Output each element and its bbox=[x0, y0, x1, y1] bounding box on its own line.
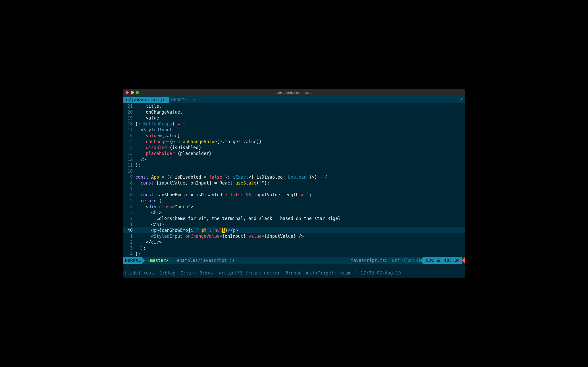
line-number: 14 bbox=[123, 145, 135, 151]
code-line[interactable]: 12 /> bbox=[123, 157, 465, 162]
code-line[interactable]: 14 disabled={isDisabled} bbox=[123, 145, 465, 151]
code-content: }: ButtonProps) ⇒ ( bbox=[135, 121, 465, 127]
file-path: examples/javascript.js bbox=[170, 257, 237, 264]
terminal-window: alexanderkeliris: tmux a e/javascript.js… bbox=[123, 89, 465, 278]
line-number: 8 bbox=[123, 180, 135, 186]
close-icon[interactable] bbox=[126, 91, 129, 94]
bolt-icon: ⚡ bbox=[166, 258, 168, 263]
code-line[interactable]: 1 <StyledInput onChangeValue={onInput} v… bbox=[123, 233, 465, 239]
code-content: <StyledInput bbox=[135, 127, 465, 133]
editor[interactable]: 21 title,20 onChangeValue,19 value18}: B… bbox=[123, 103, 465, 257]
line-number: 18 bbox=[123, 121, 135, 127]
code-line[interactable]: 2 </div> bbox=[123, 239, 465, 245]
code-line[interactable]: 7 bbox=[123, 186, 465, 192]
line-number: 11 bbox=[123, 162, 135, 168]
code-line[interactable]: 8 const [inputValue, onInput] = React.us… bbox=[123, 180, 465, 186]
code-line[interactable]: 5 return ( bbox=[123, 198, 465, 204]
code-line[interactable]: 9const App = ({ isDisabled = false }: $E… bbox=[123, 174, 465, 180]
line-number: 2 bbox=[123, 216, 135, 222]
line-number: 2 bbox=[123, 239, 135, 245]
statusline: NORMAL ♭master⚡ examples/javascript.js j… bbox=[123, 257, 465, 264]
line-number: 10 bbox=[123, 168, 135, 174]
line-number: 16 bbox=[123, 133, 135, 139]
code-line[interactable]: 2 Colorscheme for vim, the terminal, and… bbox=[123, 216, 465, 222]
line-number: 4 bbox=[123, 204, 135, 210]
code-line[interactable]: 19 value bbox=[123, 115, 465, 121]
code-content: onChange={e ⇒ onChangeValue(e.target.val… bbox=[135, 139, 465, 145]
code-content: ); bbox=[135, 245, 465, 251]
line-number: 6 bbox=[123, 192, 135, 198]
minimize-icon[interactable] bbox=[131, 91, 134, 94]
code-content: <StyledInput onChangeValue={onInput} val… bbox=[135, 233, 465, 239]
line-number: 7 bbox=[123, 186, 135, 192]
code-line[interactable]: 18}: ButtonProps) ⇒ ( bbox=[123, 121, 465, 127]
line-number: 40 bbox=[123, 227, 135, 233]
code-line[interactable]: 3 <h1> bbox=[123, 210, 465, 216]
code-content: ); bbox=[135, 162, 465, 168]
code-content: }; bbox=[135, 251, 465, 257]
code-content: title, bbox=[135, 103, 465, 109]
tab-close[interactable]: X bbox=[457, 97, 465, 102]
line-number: 15 bbox=[123, 139, 135, 145]
line-number: 17 bbox=[123, 127, 135, 133]
code-content: value={value} bbox=[135, 133, 465, 139]
code-line[interactable]: 4 <div class="hero"> bbox=[123, 204, 465, 210]
code-line[interactable]: 11); bbox=[123, 162, 465, 168]
branch-icon: ♭ bbox=[147, 258, 150, 263]
code-line[interactable]: 17 <StyledInput bbox=[123, 127, 465, 133]
code-content: value bbox=[135, 115, 465, 121]
code-line[interactable]: 16 value={value} bbox=[123, 133, 465, 139]
window-title: alexanderkeliris: tmux a bbox=[277, 91, 312, 95]
code-content: onChangeValue, bbox=[135, 109, 465, 115]
cursor-position: 40: 34 bbox=[443, 257, 462, 264]
code-content: placeholder={placeholder} bbox=[135, 151, 465, 157]
encoding: utf-8[unix] bbox=[389, 257, 423, 264]
code-line[interactable]: 1 </h1> bbox=[123, 222, 465, 227]
code-line[interactable]: 21 title, bbox=[123, 103, 465, 109]
line-number: 3 bbox=[123, 245, 135, 251]
code-content: Colorscheme for vim, the terminal, and s… bbox=[135, 216, 465, 222]
code-content: /> bbox=[135, 157, 465, 162]
code-line[interactable]: 3 ); bbox=[123, 245, 465, 251]
tab-readme[interactable]: README.md bbox=[169, 97, 198, 103]
line-number: 13 bbox=[123, 151, 135, 157]
line-number: 5 bbox=[123, 198, 135, 204]
percent: 90% ☰ bbox=[423, 257, 443, 264]
traffic-lights bbox=[126, 91, 139, 94]
line-number: 4 bbox=[123, 251, 135, 257]
code-line[interactable]: 20 onChangeValue, bbox=[123, 109, 465, 115]
code-content: return ( bbox=[135, 198, 465, 204]
code-content: const canShowEmoji = isDisabled ≢ false … bbox=[135, 192, 465, 198]
code-content bbox=[135, 186, 465, 192]
mode-indicator: NORMAL bbox=[123, 257, 142, 264]
code-line[interactable]: 40 <p>{canShowEmoji ? 🎉 : null}</p> bbox=[123, 227, 465, 233]
code-content bbox=[135, 168, 465, 174]
tmux-statusbar: [side] <eas 1:blog 2:vim- 3:kvs 4:rigel*… bbox=[123, 264, 465, 278]
code-line[interactable]: 13 placeholder={placeholder} bbox=[123, 151, 465, 157]
code-content: </div> bbox=[135, 239, 465, 245]
line-number: 20 bbox=[123, 109, 135, 115]
code-line[interactable]: 4}; bbox=[123, 251, 465, 257]
titlebar: alexanderkeliris: tmux a bbox=[123, 89, 465, 96]
tabbar: e/javascript.js README.md X bbox=[123, 96, 465, 103]
code-content: <p>{canShowEmoji ? 🎉 : null}</p> bbox=[135, 227, 465, 233]
tab-javascript[interactable]: e/javascript.js bbox=[123, 97, 169, 103]
line-number: 9 bbox=[123, 174, 135, 180]
code-content: <h1> bbox=[135, 210, 465, 216]
line-number: 1 bbox=[123, 233, 135, 239]
git-branch: ♭master⚡ bbox=[142, 257, 170, 264]
maximize-icon[interactable] bbox=[136, 91, 139, 94]
code-line[interactable]: 15 onChange={e ⇒ onChangeValue(e.target.… bbox=[123, 139, 465, 145]
line-number: 3 bbox=[123, 210, 135, 216]
code-content: const App = ({ isDisabled = false }: $Ex… bbox=[135, 174, 465, 180]
code-content: const [inputValue, onInput] = React.useS… bbox=[135, 180, 465, 186]
status-end-arrow-icon bbox=[462, 257, 465, 264]
line-number: 19 bbox=[123, 115, 135, 121]
line-number: 12 bbox=[123, 157, 135, 162]
code-content: <div class="hero"> bbox=[135, 204, 465, 210]
code-line[interactable]: 6 const canShowEmoji = isDisabled ≢ fals… bbox=[123, 192, 465, 198]
branch-name: master bbox=[150, 258, 166, 263]
line-number: 21 bbox=[123, 103, 135, 109]
code-line[interactable]: 10 bbox=[123, 168, 465, 174]
filetype: javascript.jsx bbox=[348, 257, 389, 264]
